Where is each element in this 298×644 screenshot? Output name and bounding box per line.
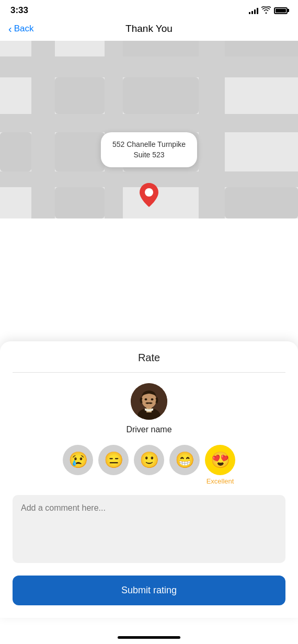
nav-header: ‹ Back Thank You (0, 19, 298, 41)
rating-excellent[interactable]: 😍 Excellent (205, 445, 235, 487)
wifi-icon (261, 6, 271, 15)
battery-icon (274, 7, 288, 14)
svg-point-0 (145, 188, 153, 197)
svg-point-5 (145, 398, 147, 400)
emoji-very-bad-circle: 😢 (63, 445, 93, 475)
status-time: 3:33 (10, 5, 28, 16)
page-title: Thank You (125, 23, 173, 34)
map-pin-icon (140, 183, 158, 209)
status-bar: 3:33 (0, 0, 298, 19)
address-line1: 552 Chanelle Turnpike Suite 523 (112, 140, 186, 160)
driver-section: Driver name (13, 383, 285, 434)
emoji-good-circle: 😁 (169, 445, 200, 475)
driver-name: Driver name (126, 425, 171, 434)
address-bubble: 552 Chanelle Turnpike Suite 523 (101, 132, 197, 167)
emoji-excellent-label: Excellent (207, 477, 234, 487)
rate-card: Rate (0, 341, 298, 618)
driver-avatar (131, 383, 167, 420)
rating-bad[interactable]: 😑 (98, 445, 129, 487)
emoji-neutral-circle: 🙂 (134, 445, 164, 475)
rate-title: Rate (13, 352, 285, 364)
comment-input[interactable] (13, 495, 285, 563)
rate-divider (13, 372, 285, 373)
emoji-excellent-circle: 😍 (205, 445, 235, 475)
rating-good[interactable]: 😁 (169, 445, 200, 487)
signal-icon (249, 7, 258, 14)
submit-rating-button[interactable]: Submit rating (13, 576, 285, 605)
home-indicator (118, 636, 180, 639)
emoji-bad-circle: 😑 (98, 445, 129, 475)
rating-very-bad[interactable]: 😢 (63, 445, 93, 487)
svg-point-6 (151, 398, 154, 400)
emoji-rating-row: 😢 😑 🙂 😁 😍 Excellent (13, 445, 285, 487)
back-label: Back (14, 24, 34, 34)
rating-neutral[interactable]: 🙂 (134, 445, 164, 487)
back-button[interactable]: ‹ Back (8, 24, 33, 34)
back-chevron-icon: ‹ (8, 24, 12, 34)
map-area: 552 Chanelle Turnpike Suite 523 (0, 41, 298, 218)
status-icons (249, 6, 288, 15)
